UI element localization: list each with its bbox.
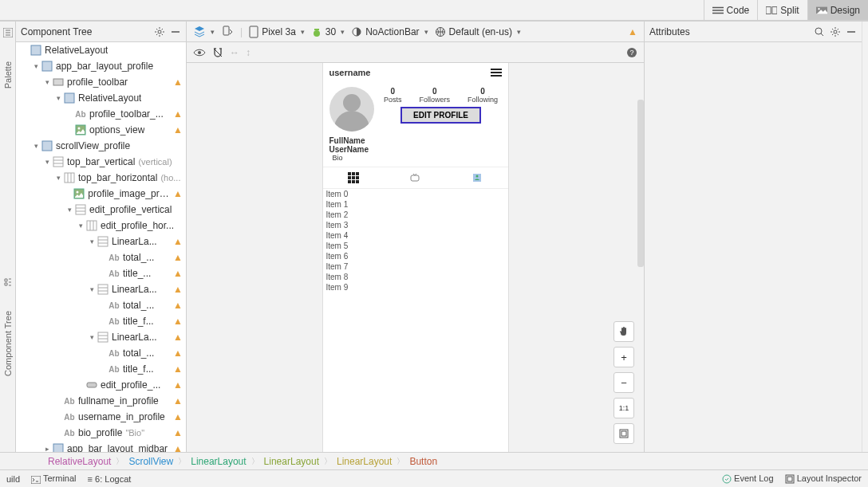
warning-icon[interactable]: ▲ — [173, 268, 183, 279]
posts-stat[interactable]: 0 Posts — [384, 87, 402, 104]
tree-row[interactable]: Abbio_profile"Bio"▲ — [16, 425, 186, 441]
pan-button[interactable] — [614, 321, 634, 342]
tree-row[interactable]: ▸app_bar_layout_midbar▲ — [16, 441, 186, 452]
warning-icon[interactable]: ▲ — [173, 124, 183, 135]
expander-icon[interactable]: ▾ — [32, 62, 40, 70]
list-item[interactable]: Item 9 — [323, 282, 508, 293]
warning-icon[interactable]: ▲ — [173, 252, 183, 263]
status-build[interactable]: uild — [6, 474, 20, 484]
tag-tab[interactable] — [446, 172, 507, 183]
warning-icon[interactable]: ▲ — [173, 284, 183, 295]
tree-row[interactable]: Abtitle_f...▲ — [16, 361, 186, 377]
list-item[interactable]: Item 0 — [323, 189, 508, 199]
tree-row[interactable]: options_view▲ — [16, 122, 186, 138]
breadcrumb-item[interactable]: LinearLayout — [191, 456, 246, 467]
tree-row[interactable]: ▾top_bar_horizontal(ho... — [16, 170, 186, 186]
breadcrumb-item[interactable]: LinearLayout — [337, 456, 392, 467]
view-code-button[interactable]: Code — [704, 0, 758, 20]
tree-row[interactable]: Abusername_in_profile▲ — [16, 409, 186, 425]
tree-row[interactable]: RelativeLayout — [16, 42, 186, 58]
warning-icon[interactable]: ▲ — [173, 443, 183, 452]
breadcrumb-item[interactable]: Button — [409, 456, 437, 467]
help-icon[interactable]: ? — [626, 47, 637, 58]
device-selector[interactable]: Pixel 3a ▾ — [249, 26, 305, 38]
warning-icon[interactable]: ▲ — [173, 316, 183, 327]
zoom-out-button[interactable]: − — [614, 372, 634, 393]
followers-stat[interactable]: 0 Followers — [419, 87, 450, 104]
tree-row[interactable]: Abtitle_...▲ — [16, 265, 186, 281]
tree-row[interactable]: ▾RelativeLayout — [16, 90, 186, 106]
warning-icon[interactable]: ▲ — [628, 26, 637, 37]
list-item[interactable]: Item 8 — [323, 272, 508, 282]
avatar[interactable] — [329, 87, 374, 132]
status-layoutinspector[interactable]: Layout Inspector — [785, 473, 862, 484]
warning-icon[interactable]: ▲ — [173, 379, 183, 391]
warning-icon[interactable]: ▲ — [173, 395, 183, 406]
warning-icon[interactable]: ▲ — [173, 332, 183, 343]
gear-icon[interactable] — [830, 26, 841, 37]
api-selector[interactable]: 30 ▾ — [311, 26, 345, 37]
tree-row[interactable]: ▾edit_profile_vertical — [16, 202, 186, 218]
breadcrumb-item[interactable]: ScrollView — [128, 456, 173, 467]
tv-tab[interactable] — [385, 172, 446, 183]
tree-row[interactable]: ▾LinearLa...▲ — [16, 281, 186, 297]
view-split-button[interactable]: Split — [757, 0, 807, 20]
visibility-icon[interactable] — [193, 48, 206, 57]
status-terminal[interactable]: Terminal — [31, 473, 76, 483]
locale-selector[interactable]: Default (en-us) ▾ — [435, 26, 521, 37]
tree-row[interactable]: Abtotal_...▲ — [16, 249, 186, 265]
magnet-icon[interactable] — [212, 47, 223, 58]
list-item[interactable]: Item 3 — [323, 220, 508, 230]
tree-row[interactable]: Abtotal_...▲ — [16, 297, 186, 313]
expander-icon[interactable]: ▾ — [43, 158, 51, 166]
breadcrumb-item[interactable]: RelativeLayout — [48, 456, 111, 467]
list-item[interactable]: Item 4 — [323, 230, 508, 241]
list-item[interactable]: Item 5 — [323, 241, 508, 251]
tree-row[interactable]: Abtitle_f...▲ — [16, 313, 186, 329]
tree-row[interactable]: ▾scrollView_profile — [16, 138, 186, 154]
expander-icon[interactable]: ▾ — [77, 222, 85, 230]
warning-icon[interactable]: ▲ — [173, 188, 183, 199]
list-item[interactable]: Item 2 — [323, 210, 508, 220]
gear-icon[interactable] — [154, 26, 165, 37]
layers-icon[interactable]: ▾ — [193, 26, 215, 38]
grid-tab[interactable] — [323, 172, 385, 183]
tree-row[interactable]: ▾top_bar_vertical(vertical) — [16, 154, 186, 170]
search-icon[interactable] — [814, 26, 825, 37]
expander-icon[interactable]: ▾ — [88, 238, 96, 245]
view-design-button[interactable]: Design — [807, 0, 868, 20]
minimize-icon[interactable] — [170, 26, 181, 37]
following-stat[interactable]: 0 Following — [468, 87, 498, 104]
warning-icon[interactable]: ▲ — [173, 363, 183, 375]
vswap-icon[interactable]: ↕ — [246, 47, 251, 58]
zoom-frame-button[interactable] — [614, 423, 634, 444]
minimize-icon[interactable] — [846, 26, 857, 37]
tree-row[interactable]: ▾LinearLa...▲ — [16, 329, 186, 345]
canvas-scrollbar[interactable] — [637, 100, 644, 267]
list-item[interactable]: Item 6 — [323, 251, 508, 261]
theme-selector[interactable]: NoActionBar ▾ — [351, 26, 428, 37]
warning-icon[interactable]: ▲ — [173, 108, 183, 120]
palette-tab[interactable]: Palette — [3, 61, 13, 88]
tree-row[interactable]: Abtotal_...▲ — [16, 345, 186, 361]
tree-row[interactable]: ▾app_bar_layout_profile — [16, 58, 186, 74]
tree-row[interactable]: ▾profile_toolbar▲ — [16, 74, 186, 90]
expander-icon[interactable]: ▾ — [88, 285, 96, 293]
warning-icon[interactable]: ▲ — [173, 300, 183, 311]
expander-icon[interactable]: ▾ — [65, 206, 73, 214]
expander-icon[interactable] — [21, 46, 29, 54]
warning-icon[interactable]: ▲ — [173, 411, 183, 422]
breadcrumb-item[interactable]: LinearLayout — [264, 456, 319, 467]
expander-icon[interactable]: ▾ — [32, 142, 40, 150]
component-tree-body[interactable]: RelativeLayout▾app_bar_layout_profile▾pr… — [16, 42, 186, 452]
expander-icon[interactable]: ▾ — [54, 94, 62, 102]
tree-row[interactable]: ▾LinearLa...▲ — [16, 234, 186, 249]
component-tree-tab[interactable]: Component Tree — [3, 311, 13, 376]
tree-row[interactable]: profile_image_prof...▲ — [16, 186, 186, 202]
list-item[interactable]: Item 7 — [323, 261, 508, 272]
warning-icon[interactable]: ▲ — [173, 77, 183, 88]
status-logcat[interactable]: ≡ 6: Logcat — [88, 474, 132, 484]
edit-profile-button[interactable]: EDIT PROFILE — [400, 107, 481, 124]
warning-icon[interactable]: ▲ — [173, 236, 183, 247]
list-item[interactable]: Item 1 — [323, 199, 508, 210]
